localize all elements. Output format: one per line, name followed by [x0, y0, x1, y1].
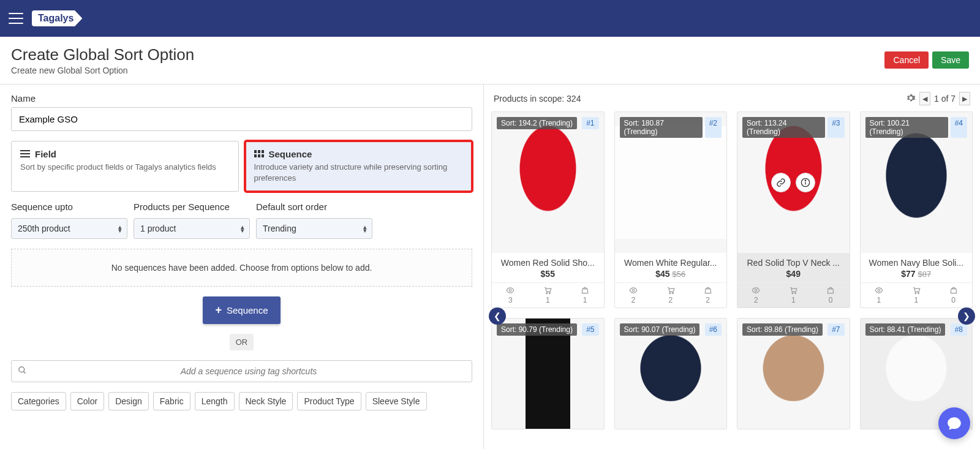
tag-shortcut[interactable]: Neck Style: [239, 392, 293, 410]
name-label: Name: [11, 93, 472, 104]
product-card[interactable]: Sort: 100.21 (Trending) #4 Women Navy Bl…: [860, 111, 973, 308]
name-input[interactable]: [11, 107, 472, 131]
stat-views: 2: [737, 283, 775, 308]
stat-views: 3: [492, 283, 529, 308]
product-card[interactable]: Sort: 194.2 (Trending) #1 Women Red Soli…: [491, 111, 605, 308]
product-stats: 2 2 2: [615, 282, 727, 308]
svg-point-15: [915, 293, 916, 294]
stat-buys: 0: [812, 283, 850, 308]
sequence-option-desc: Introduce variety and structure while pr…: [254, 162, 464, 184]
sequence-option-card[interactable]: Sequence Introduce variety and structure…: [245, 141, 473, 192]
field-option-card[interactable]: Field Sort by specific product fields or…: [11, 141, 239, 192]
gear-icon[interactable]: [906, 93, 916, 105]
product-image: Sort: 89.86 (Trending) #7: [737, 319, 850, 429]
cancel-button[interactable]: Cancel: [884, 51, 929, 69]
product-card[interactable]: Sort: 90.07 (Trending) #6: [614, 318, 728, 429]
save-button[interactable]: Save: [932, 51, 969, 69]
tag-shortcut[interactable]: Design: [108, 392, 149, 410]
svg-point-7: [672, 293, 673, 294]
tag-shortcut[interactable]: Length: [195, 392, 235, 410]
add-sequence-button[interactable]: + Sequence: [203, 296, 280, 324]
svg-point-0: [19, 367, 24, 372]
rank-badge: #3: [827, 117, 844, 138]
svg-point-5: [632, 289, 635, 292]
rank-badge: #2: [705, 117, 722, 138]
product-stats: 1 1 0: [861, 282, 973, 308]
stat-views: 2: [615, 283, 652, 308]
tag-shortcut[interactable]: Color: [70, 392, 104, 410]
pager-next[interactable]: ▶: [959, 92, 970, 105]
grid-icon: [254, 150, 264, 159]
product-card[interactable]: Sort: 113.24 (Trending) #3 Red Solid Top…: [737, 111, 850, 308]
product-stats: 3 1 1: [492, 282, 604, 308]
default-sort-label: Default sort order: [256, 202, 372, 212]
stat-carts: 1: [897, 283, 935, 308]
field-option-desc: Sort by specific product fields or Tagal…: [20, 162, 230, 173]
product-card[interactable]: Sort: 90.79 (Trending) #5: [491, 318, 605, 429]
sort-score-badge: Sort: 90.07 (Trending): [620, 323, 700, 336]
top-bar: Tagalys: [0, 0, 980, 37]
link-icon[interactable]: [771, 173, 791, 192]
pager-prev[interactable]: ◀: [919, 92, 930, 105]
product-price: $45$56: [615, 269, 727, 282]
carousel-prev[interactable]: ❮: [489, 308, 506, 325]
product-title: Women Navy Blue Soli...: [861, 253, 973, 269]
tag-search-bar[interactable]: [11, 360, 472, 382]
sequence-upto-select[interactable]: 250th product▴▾: [11, 218, 127, 239]
svg-point-16: [918, 293, 919, 294]
info-icon[interactable]: [796, 173, 815, 192]
rank-badge: #6: [705, 323, 722, 336]
caret-icon: ▴▾: [363, 225, 367, 232]
lines-icon: [20, 150, 30, 159]
search-icon: [18, 366, 27, 377]
product-image: Sort: 194.2 (Trending) #1: [492, 112, 604, 253]
sort-score-badge: Sort: 88.41 (Trending): [865, 323, 946, 336]
svg-point-12: [792, 293, 793, 294]
field-option-title: Field: [35, 149, 56, 159]
page-title: Create Global Sort Option: [11, 45, 194, 64]
tag-search-input[interactable]: [32, 366, 466, 376]
sequence-upto-label: Sequence upto: [11, 202, 127, 212]
sequence-option-title: Sequence: [269, 149, 312, 159]
product-title: Women Red Solid Sho...: [492, 253, 604, 269]
products-per-seq-label: Products per Sequence: [134, 202, 250, 212]
tag-shortcut[interactable]: Product Type: [297, 392, 361, 410]
tag-shortcut[interactable]: Categories: [11, 392, 66, 410]
product-card[interactable]: Sort: 180.87 (Trending) #2 Women White R…: [614, 111, 728, 308]
product-title: Red Solid Top V Neck ...: [737, 253, 850, 269]
sort-score-badge: Sort: 180.87 (Trending): [620, 117, 703, 138]
rank-badge: #7: [827, 323, 844, 336]
sort-score-badge: Sort: 90.79 (Trending): [497, 323, 577, 336]
default-sort-select[interactable]: Trending▴▾: [256, 218, 372, 239]
stat-buys: 1: [567, 283, 604, 308]
product-image: Sort: 180.87 (Trending) #2: [615, 112, 727, 253]
product-image: Sort: 90.79 (Trending) #5: [492, 319, 604, 429]
stat-carts: 1: [529, 283, 567, 308]
svg-point-2: [510, 289, 512, 292]
menu-icon[interactable]: [9, 13, 23, 24]
products-per-seq-select[interactable]: 1 product▴▾: [134, 218, 250, 239]
tag-shortcut[interactable]: Sleeve Style: [366, 392, 427, 410]
empty-sequences-message: No sequences have been added. Choose fro…: [11, 249, 472, 287]
sort-score-badge: Sort: 100.21 (Trending): [865, 117, 948, 138]
product-image: Sort: 100.21 (Trending) #4: [861, 112, 973, 253]
logo[interactable]: Tagalys: [32, 10, 82, 26]
chat-widget[interactable]: [938, 407, 970, 439]
sort-score-badge: Sort: 113.24 (Trending): [742, 117, 825, 138]
svg-point-11: [755, 289, 758, 292]
sort-score-badge: Sort: 194.2 (Trending): [497, 117, 577, 129]
svg-point-10: [805, 180, 806, 181]
product-stats: 2 1 0: [737, 282, 850, 308]
rank-badge: #4: [951, 117, 967, 138]
rank-badge: #8: [951, 323, 967, 336]
svg-line-1: [23, 372, 25, 374]
tag-shortcuts: CategoriesColorDesignFabricLengthNeck St…: [11, 392, 472, 410]
caret-icon: ▴▾: [241, 225, 244, 232]
carousel-next[interactable]: ❯: [958, 308, 975, 325]
tag-shortcut[interactable]: Fabric: [153, 392, 190, 410]
stat-buys: 2: [689, 283, 726, 308]
svg-point-6: [669, 293, 671, 294]
product-card[interactable]: Sort: 89.86 (Trending) #7: [737, 318, 850, 429]
rank-badge: #5: [582, 323, 598, 336]
svg-point-14: [878, 289, 880, 292]
